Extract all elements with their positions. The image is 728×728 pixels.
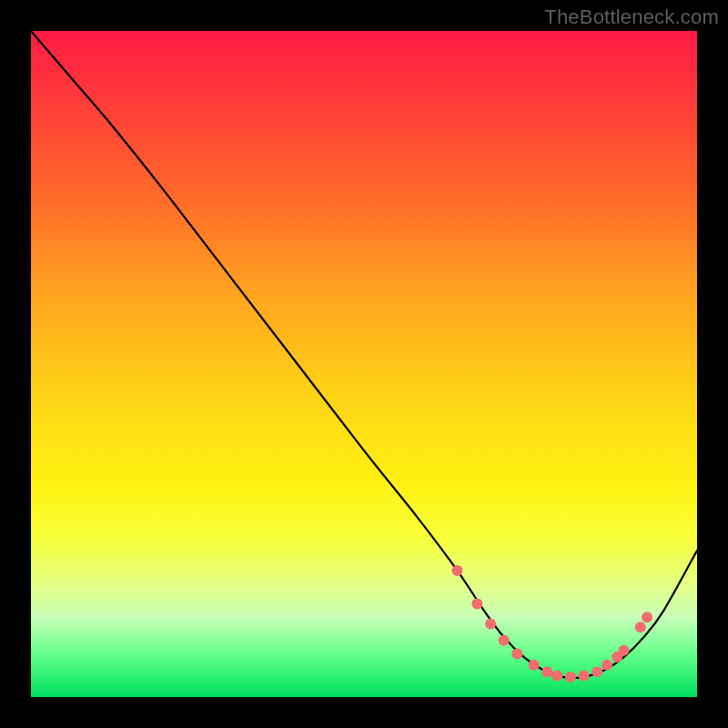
marker-dot bbox=[511, 648, 522, 659]
marker-dot bbox=[529, 660, 540, 671]
marker-dot bbox=[471, 599, 482, 610]
chart-frame: TheBottleneck.com bbox=[0, 0, 728, 728]
marker-dot bbox=[592, 666, 602, 677]
marker-dot bbox=[642, 612, 652, 622]
marker-dot bbox=[541, 666, 552, 677]
marker-dot bbox=[579, 671, 590, 682]
chart-svg bbox=[31, 31, 697, 697]
curve-markers bbox=[451, 565, 652, 682]
marker-dot bbox=[618, 645, 629, 656]
marker-dot bbox=[551, 671, 562, 682]
marker-dot bbox=[451, 565, 462, 576]
marker-dot bbox=[602, 660, 612, 671]
marker-dot bbox=[635, 622, 646, 632]
watermark-text: TheBottleneck.com bbox=[544, 5, 719, 29]
marker-dot bbox=[499, 635, 510, 646]
marker-dot bbox=[485, 618, 496, 629]
curve-line bbox=[31, 31, 697, 678]
marker-dot bbox=[565, 672, 576, 682]
